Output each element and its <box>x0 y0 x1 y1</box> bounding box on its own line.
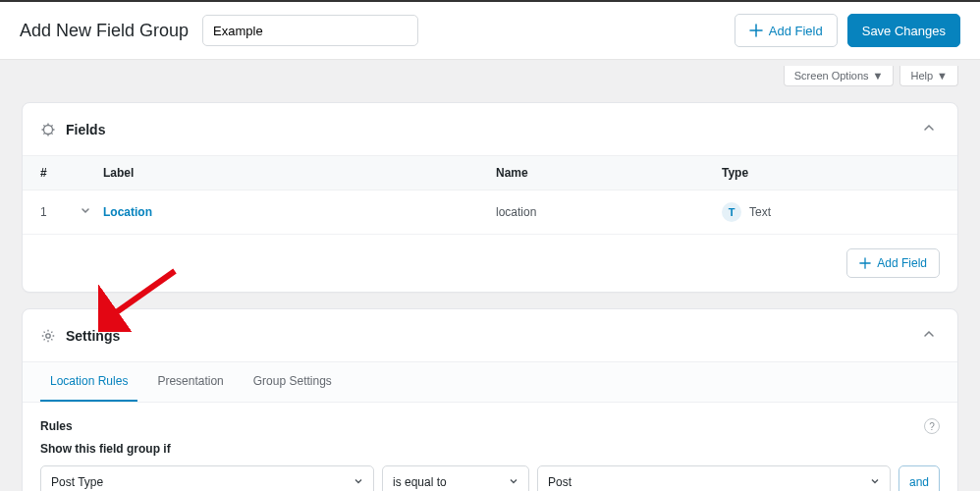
rule-param-value: Post Type <box>51 475 103 489</box>
add-field-button-bottom[interactable]: Add Field <box>846 248 940 278</box>
fields-icon <box>40 122 56 137</box>
settings-tabs: Location Rules Presentation Group Settin… <box>23 361 957 403</box>
settings-icon <box>40 328 56 344</box>
settings-panel: Settings Location Rules Presentation Gro… <box>22 308 958 491</box>
collapse-settings-button[interactable] <box>918 323 940 348</box>
help-tab[interactable]: Help ▼ <box>899 66 958 86</box>
field-row[interactable]: 1 Location location T Text <box>23 191 957 235</box>
rules-heading: Rules <box>40 419 73 433</box>
col-header-name: Name <box>496 166 722 180</box>
field-label-link[interactable]: Location <box>103 205 152 219</box>
plus-icon <box>749 24 763 37</box>
svg-point-0 <box>44 125 53 134</box>
add-field-label: Add Field <box>877 256 927 270</box>
chevron-down-icon <box>509 475 518 489</box>
and-label: and <box>909 475 929 489</box>
rule-param-select[interactable]: Post Type <box>40 465 374 491</box>
save-changes-label: Save Changes <box>862 24 946 38</box>
fields-panel-foot: Add Field <box>23 235 957 292</box>
add-field-label: Add Field <box>769 24 823 38</box>
fields-panel-head: Fields <box>23 103 957 155</box>
settings-panel-head: Settings <box>23 309 957 361</box>
rules-subheading: Show this field group if <box>40 442 940 456</box>
page-title: Add New Field Group <box>20 21 189 41</box>
screen-tabs: Screen Options ▼ Help ▼ <box>0 60 980 86</box>
header-actions: Add Field Save Changes <box>735 14 960 47</box>
rules-section: Rules ? Show this field group if Post Ty… <box>23 403 957 491</box>
and-rule-button[interactable]: and <box>898 465 940 491</box>
chevron-down-icon <box>354 475 363 489</box>
screen-options-tab[interactable]: Screen Options ▼ <box>784 66 895 86</box>
col-header-label: Label <box>103 166 496 180</box>
group-title-input[interactable] <box>202 15 418 46</box>
fields-panel: Fields # Label Name Type 1 Location loca… <box>22 102 958 293</box>
svg-point-1 <box>46 333 50 337</box>
rule-row: Post Type is equal to Post and <box>40 465 940 491</box>
tab-presentation[interactable]: Presentation <box>147 362 233 402</box>
col-header-num: # <box>40 166 80 180</box>
caret-down-icon: ▼ <box>937 70 948 82</box>
collapse-fields-button[interactable] <box>918 117 940 141</box>
field-name-text: location <box>496 205 536 219</box>
caret-down-icon: ▼ <box>873 70 884 82</box>
text-type-icon: T <box>722 202 741 222</box>
field-row-num: 1 <box>40 205 80 219</box>
fields-panel-title: Fields <box>66 122 105 137</box>
fields-columns-header: # Label Name Type <box>23 155 957 191</box>
field-type-text: Text <box>749 205 771 219</box>
save-changes-button[interactable]: Save Changes <box>847 14 960 47</box>
expand-field-button[interactable] <box>80 205 103 220</box>
rules-help-button[interactable]: ? <box>924 418 940 434</box>
screen-options-label: Screen Options <box>794 70 869 82</box>
rule-value-value: Post <box>548 475 572 489</box>
header-bar: Add New Field Group Add Field Save Chang… <box>0 0 980 60</box>
rule-operator-value: is equal to <box>393 475 447 489</box>
col-header-type: Type <box>722 166 940 180</box>
header-left: Add New Field Group <box>20 15 418 46</box>
field-type-cell: T Text <box>722 202 771 222</box>
chevron-down-icon <box>870 475 880 489</box>
tab-location-rules[interactable]: Location Rules <box>40 362 137 402</box>
rule-value-select[interactable]: Post <box>537 465 891 491</box>
help-label: Help <box>910 70 933 82</box>
plus-icon <box>859 257 871 269</box>
add-field-button-top[interactable]: Add Field <box>735 14 838 47</box>
settings-panel-title: Settings <box>66 328 120 344</box>
tab-group-settings[interactable]: Group Settings <box>244 362 342 402</box>
rule-operator-select[interactable]: is equal to <box>382 465 529 491</box>
